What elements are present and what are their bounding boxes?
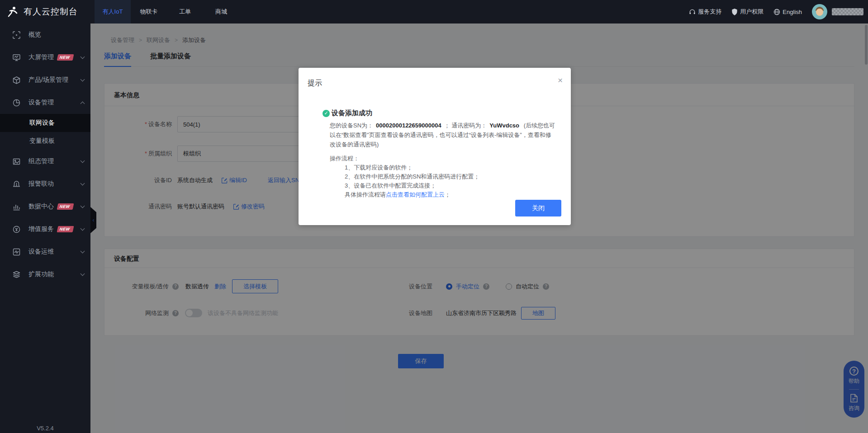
language-menu[interactable]: English bbox=[773, 9, 802, 15]
sidebar-item-device-mgmt[interactable]: 设备管理 bbox=[0, 91, 90, 114]
sidebar-label: 产品/场景管理 bbox=[28, 76, 68, 84]
sidebar-label: 数据中心 bbox=[28, 202, 54, 211]
overview-icon bbox=[12, 31, 20, 39]
brand-logo-icon bbox=[7, 6, 19, 18]
sidebar-item-device-ops[interactable]: 设备运维 bbox=[0, 240, 90, 263]
config-cloud-link[interactable]: 点击查看如何配置上云 bbox=[386, 191, 445, 198]
screen-icon bbox=[12, 53, 20, 61]
navbar-right: 服务支持 用户权限 English bbox=[689, 4, 863, 19]
sidebar-label: 组态管理 bbox=[28, 157, 54, 165]
user-avatar bbox=[812, 4, 827, 19]
sidebar-label: 变量模板 bbox=[29, 137, 55, 145]
support-menu[interactable]: 服务支持 bbox=[689, 8, 721, 16]
nav-tab-sim[interactable]: 物联卡 bbox=[131, 0, 167, 24]
sidebar-item-alarm[interactable]: 报警联动 bbox=[0, 173, 90, 195]
nav-tab-ticket[interactable]: 工单 bbox=[167, 0, 203, 24]
tip-dialog: 提示 × ✓ 设备添加成功 您的设备SN为：000020001226590000… bbox=[299, 68, 571, 225]
chevron-down-icon bbox=[81, 55, 85, 59]
chevron-down-icon bbox=[81, 181, 85, 186]
comm-password-value: YuWvdcso bbox=[489, 122, 519, 129]
process-block: 操作流程： 1、下载对应设备的软件； 2、在软件中把系统分配的SN和通讯密码进行… bbox=[330, 154, 555, 199]
success-paragraph: 您的设备SN为：00002000122659000004； 通讯密码为：YuWv… bbox=[330, 121, 555, 149]
sidebar-label: 设备运维 bbox=[28, 248, 54, 256]
sidebar-label: 大屏管理 bbox=[28, 53, 54, 61]
process-detail: 具体操作流程请点击查看如何配置上云； bbox=[345, 190, 555, 199]
alarm-bell-icon bbox=[12, 180, 20, 188]
chevron-down-icon bbox=[81, 272, 85, 276]
nav-tab-iot[interactable]: 有人IoT bbox=[95, 0, 131, 24]
top-nav-tabs: 有人IoT 物联卡 工单 商城 bbox=[95, 0, 239, 24]
success-title: 设备添加成功 bbox=[332, 109, 372, 118]
top-navbar: 有人云控制台 有人IoT 物联卡 工单 商城 服务支持 bbox=[0, 0, 868, 24]
sidebar-item-overview[interactable]: 概览 bbox=[0, 24, 90, 46]
sidebar-item-variable-template[interactable]: 变量模板 bbox=[0, 132, 90, 150]
nav-tab-mall[interactable]: 商城 bbox=[203, 0, 239, 24]
sidebar-item-value-service[interactable]: 增值服务 NEW bbox=[0, 218, 90, 240]
bar-chart-icon bbox=[12, 202, 20, 211]
sidebar-label: 扩展功能 bbox=[28, 270, 54, 278]
brand-title: 有人云控制台 bbox=[24, 6, 78, 18]
sidebar-label: 联网设备 bbox=[29, 119, 55, 127]
headset-icon bbox=[689, 9, 696, 15]
image-icon bbox=[12, 157, 20, 165]
sidebar-item-scada[interactable]: 组态管理 bbox=[0, 150, 90, 173]
close-icon[interactable]: × bbox=[558, 76, 563, 85]
dialog-title: 提示 bbox=[308, 79, 322, 88]
sidebar-label: 概览 bbox=[28, 31, 41, 39]
version-label: V5.2.4 bbox=[0, 425, 90, 432]
new-badge: NEW bbox=[57, 54, 74, 61]
process-step: 2、在软件中把系统分配的SN和通讯密码进行配置； bbox=[345, 172, 555, 181]
chevron-down-icon bbox=[81, 204, 85, 208]
language-label: English bbox=[783, 9, 802, 15]
chevron-down-icon bbox=[81, 77, 85, 82]
permission-menu[interactable]: 用户权限 bbox=[731, 8, 764, 16]
globe-icon bbox=[773, 9, 780, 15]
new-badge: NEW bbox=[57, 203, 74, 210]
layers-icon bbox=[12, 270, 20, 278]
chevron-down-icon bbox=[81, 249, 85, 254]
username-redacted bbox=[832, 8, 863, 15]
coin-icon bbox=[12, 225, 20, 233]
chevron-up-icon bbox=[81, 101, 85, 106]
sidebar-item-extension[interactable]: 扩展功能 bbox=[0, 263, 90, 286]
process-step: 1、下载对应设备的软件； bbox=[345, 163, 555, 172]
device-sn-value: 00002000122659000004 bbox=[376, 122, 441, 129]
user-menu[interactable] bbox=[812, 4, 863, 19]
shield-icon bbox=[731, 9, 738, 15]
pie-chart-icon bbox=[12, 99, 20, 107]
dialog-close-button[interactable]: 关闭 bbox=[515, 200, 561, 216]
sidebar-label: 增值服务 bbox=[28, 225, 54, 233]
sidebar-item-network-device[interactable]: 联网设备 bbox=[0, 114, 90, 132]
support-label: 服务支持 bbox=[698, 8, 721, 16]
cube-icon bbox=[12, 76, 20, 84]
sidebar-item-screen[interactable]: 大屏管理 NEW bbox=[0, 46, 90, 69]
chevron-down-icon bbox=[81, 159, 85, 163]
sidebar-item-product[interactable]: 产品/场景管理 bbox=[0, 69, 90, 91]
app: 有人云控制台 有人IoT 物联卡 工单 商城 服务支持 bbox=[0, 0, 868, 433]
sidebar: 概览 大屏管理 NEW 产品/场景管理 bbox=[0, 24, 90, 433]
chevron-down-icon bbox=[81, 226, 85, 231]
sidebar-label: 设备管理 bbox=[28, 99, 54, 107]
process-step: 3、设备已在软件中配置完成连接； bbox=[345, 181, 555, 190]
new-badge: NEW bbox=[57, 226, 74, 232]
sidebar-label: 报警联动 bbox=[28, 180, 54, 188]
sidebar-item-datacenter[interactable]: 数据中心 NEW bbox=[0, 195, 90, 218]
pulse-monitor-icon bbox=[12, 248, 20, 256]
process-label: 操作流程： bbox=[330, 154, 555, 163]
permission-label: 用户权限 bbox=[740, 8, 764, 16]
success-check-icon: ✓ bbox=[323, 110, 330, 117]
